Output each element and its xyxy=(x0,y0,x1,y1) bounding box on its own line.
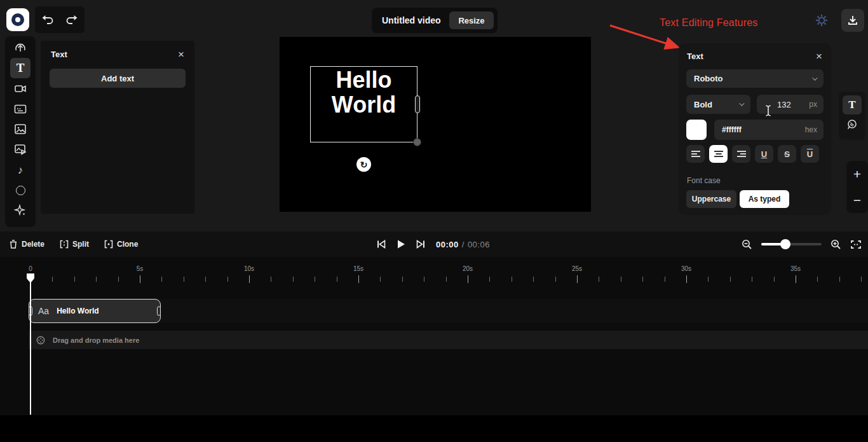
fit-to-screen-button[interactable] xyxy=(850,240,862,249)
ruler-tick xyxy=(315,277,315,282)
text-cursor-icon xyxy=(764,104,772,117)
text-panel: Text × Add text xyxy=(41,41,194,214)
timeline-zoom-out-button[interactable] xyxy=(742,239,752,250)
canvas-text: Hello World xyxy=(311,67,417,117)
rotate-icon: ↻ xyxy=(360,160,368,170)
export-button[interactable] xyxy=(841,9,864,32)
current-time: 00:00 xyxy=(436,240,459,249)
right-tool-strip: T xyxy=(839,92,865,140)
sidebar-item-upload[interactable] xyxy=(10,38,31,58)
strikethrough-button[interactable]: S xyxy=(778,145,796,163)
add-text-button[interactable]: Add text xyxy=(50,69,186,88)
canvas-text-line1: Hello xyxy=(311,67,417,92)
ruler-tick xyxy=(533,277,534,282)
playhead-line xyxy=(30,273,31,415)
align-center-icon xyxy=(714,150,724,158)
clone-icon xyxy=(104,240,113,249)
text-tool-icon: T xyxy=(17,61,25,75)
ruler-tick xyxy=(446,277,447,282)
hex-label: hex xyxy=(805,125,817,134)
sidebar-item-record[interactable] xyxy=(10,78,31,99)
font-weight-value: Bold xyxy=(694,100,712,109)
sidebar-item-text[interactable]: T xyxy=(10,58,31,78)
selected-text-box[interactable]: Hello World xyxy=(310,66,417,142)
redo-button[interactable] xyxy=(63,11,81,28)
sidebar-item-shapes[interactable] xyxy=(10,180,31,200)
clip-trim-handle-right[interactable] xyxy=(157,307,161,316)
font-family-select[interactable]: Roboto xyxy=(686,69,824,88)
settings-gear-icon[interactable] xyxy=(814,13,829,28)
ruler-label: 25s xyxy=(572,265,582,272)
chevron-down-icon xyxy=(812,75,817,80)
video-editor-app: Untitled video Resize Text Editing Featu… xyxy=(0,0,868,442)
font-weight-select[interactable]: Bold xyxy=(686,95,750,114)
align-left-button[interactable] xyxy=(686,145,705,163)
resize-handle-right[interactable] xyxy=(415,95,420,113)
sidebar-item-stock-video[interactable] xyxy=(10,139,31,160)
skip-to-start-button[interactable] xyxy=(376,240,386,249)
underline-button[interactable]: U xyxy=(755,145,773,163)
play-button[interactable] xyxy=(397,239,405,249)
preview-zoom-out-button[interactable]: − xyxy=(853,193,861,207)
video-title[interactable]: Untitled video xyxy=(382,15,441,25)
playhead-marker[interactable] xyxy=(27,273,34,283)
sidebar-item-ai[interactable] xyxy=(10,200,31,221)
app-logo[interactable] xyxy=(6,8,29,31)
sidebar-item-captions[interactable] xyxy=(10,99,31,119)
media-track[interactable]: Drag and drop media here xyxy=(29,331,868,349)
ruler-tick xyxy=(468,275,468,283)
brand-colors-button[interactable] xyxy=(846,118,858,131)
hex-color-input[interactable]: #ffffff hex xyxy=(714,120,824,140)
redo-icon xyxy=(65,14,78,25)
align-center-button[interactable] xyxy=(709,145,728,163)
clone-label: Clone xyxy=(117,240,138,249)
ruler-tick xyxy=(424,277,424,282)
align-right-button[interactable] xyxy=(732,145,750,163)
timeline-area[interactable]: 05s10s15s20s25s30s35s Aa Hello World Dra… xyxy=(0,257,868,415)
ruler-tick xyxy=(358,275,359,283)
ruler-tick xyxy=(489,277,490,282)
ruler-tick xyxy=(271,277,271,282)
timeline-text-clip[interactable]: Aa Hello World xyxy=(29,299,161,323)
as-typed-button[interactable]: As typed xyxy=(740,190,789,208)
zoom-slider-thumb[interactable] xyxy=(780,239,790,249)
overline-button[interactable]: U xyxy=(801,145,819,163)
ruler-label: 35s xyxy=(790,265,801,272)
resize-handle-corner[interactable] xyxy=(413,138,421,146)
text-clip-label: Hello World xyxy=(57,307,98,315)
preview-zoom-in-button[interactable]: + xyxy=(853,167,861,181)
delete-button[interactable]: Delete xyxy=(9,239,44,249)
strikethrough-icon: S xyxy=(784,149,790,159)
sidebar-item-music[interactable]: ♪ xyxy=(10,160,31,180)
close-icon[interactable]: × xyxy=(816,52,822,60)
upload-icon xyxy=(13,41,27,55)
font-case-label: Font case xyxy=(687,176,721,185)
timeline-toolbar: Delete Split Clone 00:00 xyxy=(0,231,868,257)
split-icon xyxy=(60,240,69,249)
uppercase-button[interactable]: Uppercase xyxy=(686,190,736,208)
ruler-tick xyxy=(512,277,512,282)
clone-button[interactable]: Clone xyxy=(104,240,138,249)
canvas-text-line2: World xyxy=(311,92,417,117)
timeline-zoom-in-button[interactable] xyxy=(831,239,841,250)
ruler-tick xyxy=(227,277,228,282)
video-preview-canvas[interactable]: Hello World ↻ xyxy=(280,37,591,212)
rotate-handle[interactable]: ↻ xyxy=(356,157,371,172)
skip-to-end-button[interactable] xyxy=(416,240,426,249)
ruler-tick xyxy=(642,277,643,282)
close-icon[interactable]: × xyxy=(178,50,184,59)
transport-controls: 00:00 / 00:06 xyxy=(376,231,490,257)
split-button[interactable]: Split xyxy=(60,240,89,249)
font-size-unit: px xyxy=(809,100,817,109)
text-clip-type-icon: Aa xyxy=(38,306,49,316)
text-tab-button[interactable]: T xyxy=(843,95,862,114)
ruler-tick xyxy=(52,277,53,282)
media-track-placeholder: Drag and drop media here xyxy=(53,336,139,344)
logo-record-icon xyxy=(11,13,24,26)
resize-button[interactable]: Resize xyxy=(449,11,494,29)
ruler-tick xyxy=(817,277,818,282)
undo-button[interactable] xyxy=(39,11,57,28)
text-color-swatch[interactable] xyxy=(686,120,707,140)
sidebar-item-images[interactable] xyxy=(10,119,31,139)
timeline-zoom-slider[interactable] xyxy=(761,243,822,245)
